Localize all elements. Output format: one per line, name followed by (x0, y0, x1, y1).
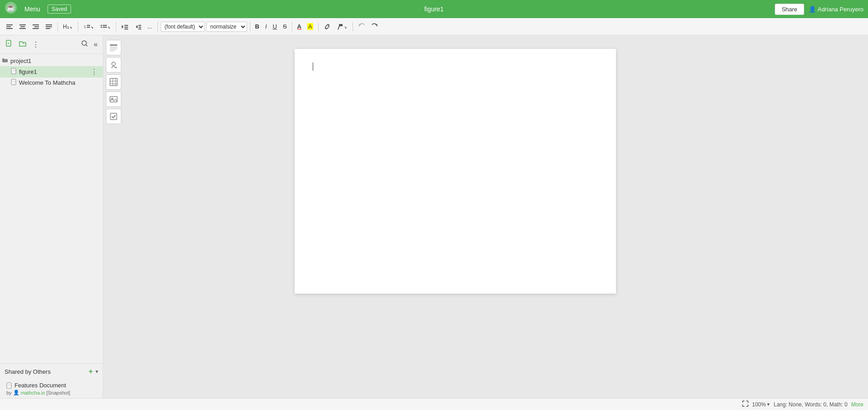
underline-button[interactable]: U (271, 22, 279, 31)
outdent-button[interactable] (132, 22, 144, 32)
shared-item-features[interactable]: Features Document by 👤 mathcha.io [Snaps… (0, 379, 103, 398)
new-file-button[interactable]: + (4, 38, 14, 51)
svg-text:1.: 1. (84, 24, 87, 29)
separator-3 (116, 22, 116, 31)
redo-button[interactable] (369, 22, 381, 32)
svg-rect-6 (20, 26, 25, 27)
format-painter-button[interactable] (334, 22, 350, 32)
align-left-button[interactable] (4, 22, 15, 32)
svg-rect-43 (110, 47, 117, 48)
svg-rect-7 (19, 28, 26, 29)
svg-point-18 (100, 26, 102, 28)
align-center-button[interactable] (17, 22, 29, 32)
justify-button[interactable] (43, 22, 55, 32)
file-welcome-name: Welcome To Mathcha (19, 79, 99, 86)
align-right-button[interactable] (30, 22, 42, 32)
svg-rect-53 (110, 96, 117, 102)
document-title: figure1 (424, 5, 444, 13)
svg-rect-11 (46, 24, 52, 25)
left-tools (103, 35, 124, 398)
svg-text:+: + (22, 41, 24, 46)
separator-7 (318, 22, 319, 31)
main-area: + + ⋮ « project1 (0, 35, 868, 398)
user-info: 👤 Adriana Peruyero (809, 6, 863, 13)
heading-button[interactable]: H₁ (61, 22, 75, 31)
more-link[interactable]: More (851, 401, 863, 408)
svg-rect-19 (103, 25, 107, 26)
svg-rect-42 (110, 44, 117, 46)
separator-4 (157, 22, 158, 31)
font-color-button[interactable]: A (295, 22, 304, 31)
separator-2 (78, 22, 78, 31)
logo-icon: ☕ (5, 1, 17, 14)
insert-checkbox-tool[interactable] (106, 109, 121, 124)
insert-text-tool[interactable] (106, 40, 121, 55)
svg-rect-22 (124, 27, 128, 28)
insert-shape-tool[interactable] (106, 57, 121, 72)
zoom-value: 100% (752, 401, 766, 408)
right-panel (787, 35, 868, 398)
svg-rect-48 (110, 78, 117, 86)
collapse-sidebar-button[interactable]: « (92, 39, 99, 50)
editor-area[interactable] (124, 35, 787, 398)
svg-rect-2 (6, 24, 13, 25)
svg-rect-15 (87, 25, 90, 26)
svg-rect-55 (110, 113, 117, 120)
share-button[interactable]: Share (775, 4, 804, 15)
shared-collapse-button[interactable]: ▾ (95, 368, 98, 375)
svg-rect-8 (33, 24, 39, 25)
file-welcome[interactable]: Welcome To Mathcha (0, 77, 103, 88)
undo-button[interactable] (356, 22, 367, 32)
shared-add-button[interactable]: + (89, 367, 93, 376)
insert-table-tool[interactable] (106, 74, 121, 90)
indent-button[interactable] (119, 22, 131, 32)
highlight-button[interactable]: A (305, 22, 315, 31)
link-button[interactable] (321, 22, 333, 32)
svg-rect-10 (33, 28, 39, 29)
bold-button[interactable]: B (253, 22, 262, 31)
file-more-button-1[interactable]: ⋮ (89, 68, 99, 76)
font-family-select[interactable]: (font default) (161, 22, 205, 32)
unordered-list-button[interactable] (98, 22, 113, 32)
svg-rect-13 (46, 28, 50, 29)
shared-item-name: Features Document (6, 382, 98, 389)
insert-image-tool[interactable] (106, 92, 121, 107)
font-size-select[interactable]: normalsize (206, 22, 247, 32)
top-bar-left: ☕ Menu Saved (5, 1, 71, 17)
file-tree: project1 figure1 ⋮ Welcome To Mathcha (0, 54, 103, 363)
expand-icon[interactable] (742, 400, 749, 408)
svg-rect-21 (124, 25, 128, 26)
file-icon-2 (11, 79, 17, 87)
shared-header-right: + ▾ (89, 367, 98, 376)
svg-line-32 (86, 45, 87, 46)
svg-rect-5 (19, 24, 26, 25)
sidebar-top: + + ⋮ « (0, 35, 103, 54)
file-icon-1 (11, 68, 17, 76)
separator-8 (353, 22, 353, 31)
saved-badge: Saved (48, 5, 71, 14)
status-bar: 100% ▾ Lang: None, Words: 0, Math: 0 Mor… (0, 398, 868, 410)
separator-1 (57, 22, 58, 31)
ordered-list-button[interactable]: 1. (81, 22, 96, 32)
italic-button[interactable]: I (263, 22, 269, 31)
strikethrough-button[interactable]: S (281, 22, 289, 31)
svg-point-31 (82, 41, 86, 45)
user-icon: 👤 (809, 6, 816, 13)
file-figure1[interactable]: figure1 ⋮ (0, 66, 103, 77)
shared-author-icon: 👤 (13, 390, 19, 396)
project-folder[interactable]: project1 (0, 56, 103, 66)
new-folder-button[interactable]: + (17, 38, 28, 51)
zoom-dropdown-button[interactable]: ▾ (767, 401, 770, 407)
user-name: Adriana Peruyero (818, 6, 863, 13)
file-figure1-name: figure1 (19, 68, 89, 75)
more-toolbar-button[interactable]: ... (145, 22, 155, 31)
snapshot-label: [Snapshot] (46, 390, 70, 396)
more-options-button[interactable]: ⋮ (31, 39, 41, 50)
svg-rect-24 (138, 25, 141, 26)
menu-button[interactable]: Menu (21, 4, 44, 14)
search-button[interactable] (80, 39, 90, 50)
separator-6 (292, 22, 292, 31)
svg-rect-20 (103, 27, 107, 28)
document-page[interactable] (295, 49, 616, 294)
lang-words-count: Lang: None, Words: 0, Math: 0 (773, 401, 847, 408)
